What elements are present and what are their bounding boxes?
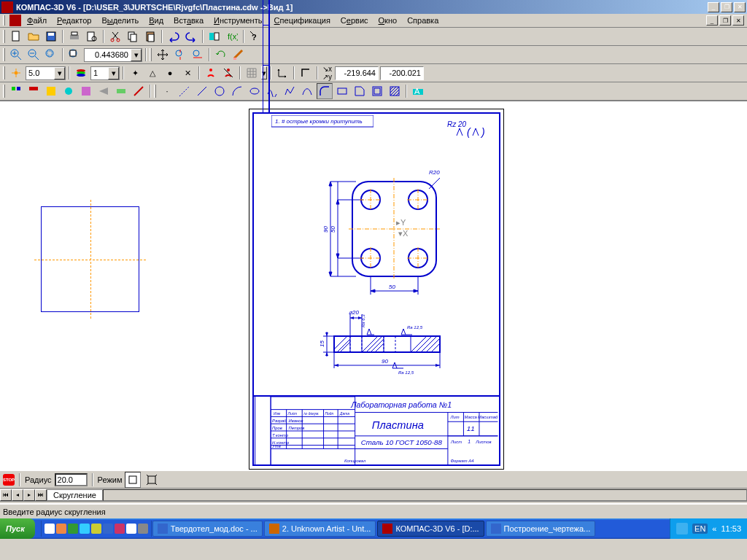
parametric-on-button[interactable] [203,65,219,81]
scroll-first[interactable]: ⏮ [0,489,12,501]
bezier-button[interactable] [299,83,315,99]
open-button[interactable] [26,28,42,44]
ql-icon[interactable] [80,524,90,534]
stop-button[interactable]: STOP [3,474,15,486]
zoom-window-button[interactable] [43,47,59,63]
snap-end-button[interactable]: ✦ [127,65,143,81]
parametric-off-button[interactable] [220,65,236,81]
tool-panel-3[interactable] [43,83,59,99]
tab-fillet[interactable]: Скругление [47,489,103,501]
ql-icon[interactable] [115,524,125,534]
contour-button[interactable] [352,83,368,99]
redo-button[interactable] [183,28,199,44]
menu-window[interactable]: Окно [374,15,402,26]
rect-button[interactable] [334,83,350,99]
local-cs-button[interactable] [274,65,290,81]
zoom-in-button[interactable] [8,47,24,63]
fillet-button[interactable] [317,83,333,99]
step-combo[interactable]: 5.0▾ [26,66,66,80]
mode-notrim-button[interactable] [144,472,160,488]
save-button[interactable] [43,28,59,44]
zoom-prev-button[interactable] [190,47,206,63]
new-button[interactable] [8,28,24,44]
preview-button[interactable] [84,28,100,44]
mdi-close[interactable]: ✕ [732,15,744,26]
tool-panel-6[interactable] [96,83,112,99]
clock[interactable]: 11:53 [721,524,741,533]
coord-x-field[interactable] [335,66,379,80]
minimize-button[interactable]: _ [708,2,719,12]
task-media[interactable]: 2. Unknown Artist - Unt... [264,521,376,537]
grip[interactable] [150,48,152,61]
ql-icon[interactable] [138,524,148,534]
coord-y-field[interactable] [380,66,424,80]
paste-button[interactable] [142,28,158,44]
restore-button[interactable]: ❐ [721,2,732,12]
tool-panel-2[interactable] [26,83,42,99]
tool-panel-1[interactable] [8,83,24,99]
zoom-fit-button[interactable] [66,47,82,63]
ql-icon[interactable] [68,524,78,534]
menu-help[interactable]: Справка [403,15,443,26]
redraw-button[interactable] [231,47,247,63]
polyline-button[interactable] [282,83,298,99]
task-word[interactable]: Твердотел_мод.doc - ... [152,521,263,537]
undo-button[interactable] [166,28,182,44]
start-button[interactable]: Пуск [0,518,35,539]
ql-icon[interactable] [56,524,66,534]
menu-view[interactable]: Вид [144,15,168,26]
tool-panel-7[interactable] [113,83,129,99]
point-button[interactable]: · [159,83,175,99]
tray-icon[interactable] [676,523,688,534]
scroll-prev[interactable]: ◂ [12,489,23,501]
layer-combo[interactable]: 1▾ [90,66,120,80]
tool-panel-5[interactable] [78,83,94,99]
task-kompas[interactable]: КОМПАС-3D V6 - [D:... [377,521,484,537]
equidist-button[interactable] [369,83,385,99]
lang-indicator[interactable]: EN [692,524,708,534]
pan-button[interactable] [155,47,171,63]
layer-icon[interactable] [73,65,89,81]
ql-icon[interactable] [91,524,101,534]
grip[interactable] [3,30,5,43]
grip[interactable] [3,66,5,79]
circle-button[interactable] [212,83,228,99]
radius-input[interactable] [55,473,88,486]
grip[interactable] [3,48,5,61]
arc-button[interactable] [229,83,245,99]
variables-button[interactable]: f(x) [224,28,240,44]
line-button[interactable] [194,83,210,99]
ortho-button[interactable] [298,65,314,81]
aux-line-button[interactable] [177,83,193,99]
task-word2[interactable]: Построение_чертежа... [486,521,596,537]
text-button[interactable]: A [410,83,426,99]
snap-intersect-button[interactable]: ✕ [179,65,196,81]
menu-insert[interactable]: Вставка [169,15,208,26]
snap-node-icon[interactable] [8,65,24,81]
copy-button[interactable] [125,28,141,44]
close-button[interactable]: ✕ [734,2,746,12]
scroll-next[interactable]: ▸ [23,489,35,501]
ql-icon[interactable] [44,524,55,534]
menu-edit[interactable]: Редактор [53,15,96,26]
mdi-minimize[interactable]: _ [706,15,718,26]
menu-file[interactable]: Файл [23,15,51,26]
grip[interactable] [154,85,156,98]
ql-icon[interactable] [103,524,113,534]
zoom-combo[interactable]: 0.443680▾ [84,48,142,62]
tray-expand[interactable]: « [712,524,716,533]
menu-spec[interactable]: Спецификация [270,15,335,26]
grip[interactable] [3,85,5,98]
ql-icon[interactable] [126,524,136,534]
drawing-canvas[interactable]: 1. # острые кромки притупить Rz 20 ( ) [0,101,747,470]
tool-panel-4[interactable] [61,83,77,99]
mdi-restore[interactable]: ❐ [719,15,731,26]
scroll-last[interactable]: ⏭ [35,489,47,501]
zoom-realtime-button[interactable] [172,47,188,63]
print-button[interactable] [66,28,82,44]
tool-panel-8[interactable] [131,83,147,99]
menu-select[interactable]: Выделить [97,15,143,26]
grip[interactable] [3,15,5,26]
hatch-button[interactable] [387,83,403,99]
refresh-button[interactable] [213,47,229,63]
